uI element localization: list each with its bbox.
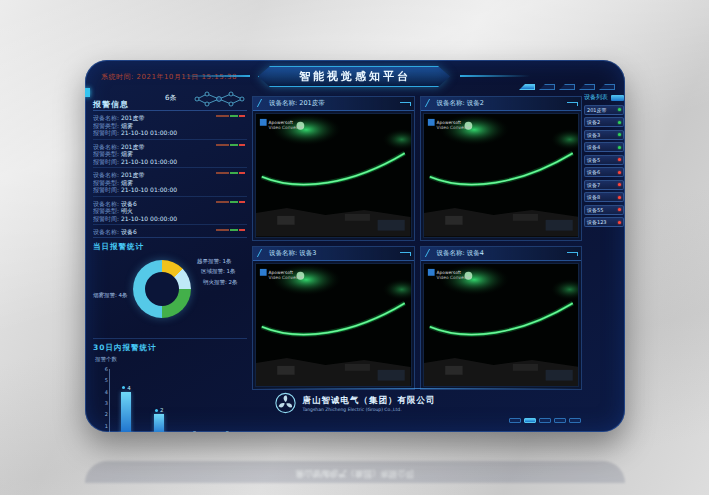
- device-status-dot: [618, 108, 621, 111]
- alarm-severity-meter: [216, 144, 245, 146]
- device-name: 设备55: [587, 207, 603, 213]
- device-list-item[interactable]: 设备5: [584, 155, 624, 165]
- reflected-company-name: 唐山智诚电气（集团）有限公司: [296, 467, 415, 479]
- video-feed[interactable]: Apowersoft Video Converter: [255, 113, 412, 238]
- alarm-name-label: 设备名称:: [93, 200, 119, 207]
- alarm-name-label: 设备名称:: [93, 228, 119, 235]
- video-panel[interactable]: 设备名称: 201皮带: [252, 96, 415, 241]
- device-status-dot: [618, 196, 621, 199]
- svg-text:Apowersoft: Apowersoft: [269, 269, 294, 274]
- alarm-time-label: 报警时间:: [93, 215, 119, 222]
- alarm-count-badge: 6条: [165, 93, 176, 103]
- view-layout-button[interactable]: [509, 418, 521, 423]
- today-alarm-donut-chart: [133, 260, 191, 318]
- edge-notch-decoration: [85, 88, 90, 97]
- system-time-label: 系统时间:: [101, 73, 134, 81]
- device-list-item[interactable]: 设备2: [584, 117, 624, 127]
- view-layout-button[interactable]: [554, 418, 566, 423]
- device-list-item[interactable]: 设备55: [584, 205, 624, 215]
- device-list-title: 设备列表: [584, 93, 608, 102]
- alarm-time-label: 报警时间:: [93, 129, 119, 136]
- bar-value-label: 0: [220, 430, 229, 432]
- donut-label: 烟雾报警: 4条: [93, 292, 128, 299]
- alarm-name-label: 设备名称:: [93, 171, 119, 178]
- video-panel[interactable]: 设备名称: 设备2: [420, 96, 583, 241]
- company-name-cn: 唐山智诚电气（集团）有限公司: [303, 395, 436, 407]
- alarm-list-item[interactable]: 设备名称: 201皮带 报警类型: 烟雾 报警时间: 21-10-10 01:0…: [93, 168, 247, 197]
- alarm-time-value: 21-10-10 01:00:00: [121, 158, 177, 165]
- svg-text:Video Converter: Video Converter: [269, 275, 304, 280]
- video-panel[interactable]: 设备名称: 设备3: [252, 246, 415, 391]
- today-stats-title: 当日报警统计: [93, 238, 247, 252]
- company-logo-icon: [275, 392, 297, 414]
- view-layout-button[interactable]: [569, 418, 581, 423]
- alarm-device-name: 201皮带: [121, 171, 144, 178]
- device-status-dot: [618, 133, 621, 136]
- page-title: 智能视觉感知平台: [258, 66, 452, 87]
- today-alarm-stats: 当日报警统计 越界报警: 1条 区域报警: 1条 明火报警: 2条 烟雾报警: …: [93, 237, 247, 336]
- device-name: 设备6: [587, 169, 600, 175]
- alarm-list-item[interactable]: 设备名称: 201皮带 报警类型: 烟雾 报警时间: 21-10-10 01:0…: [93, 111, 247, 140]
- device-list-action-button[interactable]: [611, 95, 624, 101]
- alarm-type-label: 报警类型:: [93, 150, 119, 157]
- view-layout-button[interactable]: [524, 418, 536, 423]
- video-name-label: 设备名称:: [437, 249, 465, 257]
- screen-reflection: 唐山智诚电气（集团）有限公司: [85, 435, 625, 483]
- bar-chart-ylabel: 报警个数: [95, 356, 247, 363]
- video-name-label: 设备名称:: [269, 249, 297, 257]
- video-panel-header: 设备名称: 设备2: [421, 97, 582, 111]
- video-feed[interactable]: Apowersoft Video Converter: [423, 113, 580, 238]
- alarm-device-name: 201皮带: [121, 143, 144, 150]
- video-name-label: 设备名称:: [437, 99, 465, 107]
- video-grid: 设备名称: 201皮带: [252, 96, 582, 390]
- alarm-severity-meter: [216, 229, 245, 231]
- alarm-sidebar: 报警信息 6条 设备名称: 201皮带 报警类型: 烟雾: [93, 92, 247, 422]
- y-axis-tick: 6: [96, 366, 108, 372]
- alarm-list-item[interactable]: 设备名称: 设备6 报警类型: 明火 报警时间: 21-10-10 00:00:…: [93, 197, 247, 226]
- y-axis-tick: 5: [96, 377, 108, 383]
- alarm-type-value: 烟雾: [121, 179, 133, 186]
- alarm-type-value: 烟雾: [121, 150, 133, 157]
- device-list-item[interactable]: 设备7: [584, 180, 624, 190]
- video-panel-header: 设备名称: 设备4: [421, 247, 582, 261]
- video-panel[interactable]: 设备名称: 设备4: [420, 246, 583, 391]
- alarm-list-item[interactable]: 设备名称: 201皮带 报警类型: 烟雾 报警时间: 21-10-10 01:0…: [93, 140, 247, 169]
- view-layout-button[interactable]: [539, 418, 551, 423]
- device-list-item[interactable]: 设备3: [584, 130, 624, 140]
- device-list-sidebar: 设备列表 201皮带 设备2 设备3 设备4 设备5: [584, 93, 624, 227]
- nav-button[interactable]: [559, 84, 575, 90]
- alarm-severity-meter: [216, 115, 245, 117]
- svg-text:Video Converter: Video Converter: [436, 125, 471, 130]
- alarm-type-value: 烟雾: [121, 122, 133, 129]
- video-feed[interactable]: Apowersoft Video Converter: [423, 263, 580, 388]
- device-list-item[interactable]: 设备8: [584, 192, 624, 202]
- video-device-name: 设备4: [467, 249, 484, 257]
- device-list-item[interactable]: 设备6: [584, 167, 624, 177]
- video-device-name: 设备2: [467, 99, 484, 107]
- device-list-item[interactable]: 设备123: [584, 217, 624, 227]
- video-name-label: 设备名称:: [269, 99, 297, 107]
- video-feed[interactable]: Apowersoft Video Converter: [255, 263, 412, 388]
- nav-button[interactable]: [599, 84, 615, 90]
- nav-button[interactable]: [519, 84, 535, 90]
- alarm-device-name: 201皮带: [121, 114, 144, 121]
- alarm-severity-meter: [216, 201, 245, 203]
- alarm-header: 报警信息 6条: [93, 92, 247, 111]
- video-frame-image: Apowersoft Video Converter: [256, 114, 411, 237]
- nav-button[interactable]: [579, 84, 595, 90]
- device-list-item[interactable]: 201皮带: [584, 105, 624, 115]
- alarm-list-item[interactable]: 设备名称: 设备6 报警类型: 烟雾 报警时间: 21-10-10 00:00:…: [93, 225, 247, 235]
- title-flank-line: [180, 75, 250, 77]
- device-list-item[interactable]: 设备4: [584, 142, 624, 152]
- svg-text:Video Converter: Video Converter: [436, 275, 471, 280]
- nav-button[interactable]: [539, 84, 555, 90]
- alarm-device-name: 设备6: [121, 200, 137, 207]
- device-status-dot: [618, 121, 621, 124]
- device-status-dot: [618, 208, 621, 211]
- donut-label: 区域报警: 1条: [201, 268, 236, 275]
- device-name: 设备5: [587, 157, 600, 163]
- device-status-dot: [618, 221, 621, 224]
- device-name: 设备3: [587, 132, 600, 138]
- alarm-time-value: 21-10-10 01:00:00: [121, 186, 177, 193]
- footer-divider-line: [253, 388, 583, 389]
